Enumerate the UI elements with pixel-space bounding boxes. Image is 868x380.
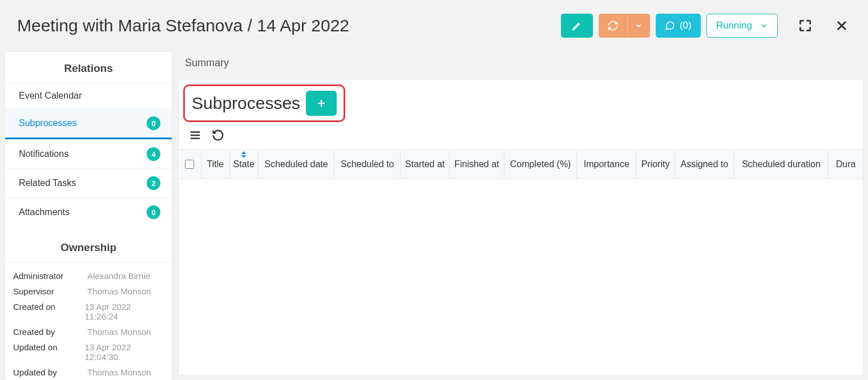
ownership-value: Alexandra Birnie <box>87 271 150 281</box>
grid-toolbar <box>179 126 863 149</box>
column-header-scheduled-to[interactable]: Scheduled to <box>334 150 401 179</box>
count-badge: 4 <box>147 147 160 161</box>
chevron-down-icon <box>635 22 643 30</box>
ownership-row: Updated on 13 Apr 2022 12:04:30 <box>13 339 164 365</box>
ownership-title: Ownership <box>5 227 172 262</box>
highlighted-section-header: Subprocesses <box>183 84 345 122</box>
column-label: Finished at <box>454 159 499 169</box>
refresh-button[interactable] <box>212 129 224 142</box>
column-header-priority[interactable]: Priority <box>636 150 675 179</box>
workflow-button-group <box>599 14 650 38</box>
add-subprocess-button[interactable] <box>306 91 337 116</box>
ownership-section: Administrator Alexandra Birnie Superviso… <box>5 262 172 380</box>
sidebar-item-label: Subprocesses <box>19 118 76 128</box>
svg-marker-1 <box>241 155 246 158</box>
close-icon <box>835 19 849 33</box>
column-label: State <box>233 159 255 169</box>
column-header-completed[interactable]: Completed (%) <box>504 150 578 179</box>
main-content: Summary Subprocesses <box>178 51 863 380</box>
sidebar-item-label: Attachments <box>19 207 70 217</box>
sort-indicator-icon <box>241 151 247 158</box>
column-label: Importance <box>584 159 629 169</box>
top-actions: (0) Running <box>561 14 851 38</box>
select-all-checkbox[interactable] <box>185 160 194 169</box>
column-header-importance[interactable]: Importance <box>577 150 636 179</box>
sidebar-item-subprocesses[interactable]: Subprocesses 0 <box>5 108 172 139</box>
column-label: Completed (%) <box>510 159 571 169</box>
relations-title: Relations <box>5 52 172 83</box>
status-label: Running <box>716 20 752 31</box>
column-label: Priority <box>641 159 670 169</box>
close-button[interactable] <box>833 17 851 35</box>
page-title: Meeting with Maria Stefanova / 14 Apr 20… <box>17 16 349 35</box>
content-row: Relations Event Calendar Subprocesses 0 … <box>0 51 868 380</box>
menu-button[interactable] <box>189 129 201 142</box>
column-label: Scheduled to <box>341 159 394 169</box>
sidebar-item-label: Notifications <box>19 149 68 159</box>
count-badge: 2 <box>147 176 160 190</box>
comment-icon <box>665 21 675 31</box>
column-select-all[interactable] <box>179 150 201 179</box>
ownership-value: 13 Apr 2022 12:04:30 <box>85 342 164 362</box>
sidebar-item-label: Related Tasks <box>19 178 76 188</box>
ownership-row: Supervisor Thomas Monson <box>13 284 164 299</box>
column-label: Scheduled duration <box>742 159 821 169</box>
column-label: Assigned to <box>680 159 728 169</box>
count-badge: 0 <box>147 205 160 219</box>
plus-icon <box>316 98 326 108</box>
column-header-scheduled-date[interactable]: Scheduled date <box>259 150 335 179</box>
edit-button[interactable] <box>561 14 593 38</box>
column-header-scheduled-duration[interactable]: Scheduled duration <box>734 150 829 179</box>
ownership-row: Administrator Alexandra Birnie <box>13 268 164 284</box>
ownership-value: Thomas Monson <box>87 327 151 337</box>
ownership-label: Created on <box>13 302 85 321</box>
top-bar: Meeting with Maria Stefanova / 14 Apr 20… <box>0 0 868 51</box>
sidebar-item-label: Event Calendar <box>19 91 82 101</box>
ownership-label: Updated on <box>13 342 85 362</box>
section-title: Subprocesses <box>192 94 300 113</box>
column-header-assigned-to[interactable]: Assigned to <box>675 150 734 179</box>
ownership-label: Created by <box>13 327 87 337</box>
sidebar: Relations Event Calendar Subprocesses 0 … <box>5 51 172 380</box>
column-header-started-at[interactable]: Started at <box>401 150 450 179</box>
count-badge: 0 <box>147 116 160 130</box>
sidebar-item-related-tasks[interactable]: Related Tasks 2 <box>5 168 172 197</box>
column-header-finished-at[interactable]: Finished at <box>450 150 504 179</box>
svg-marker-0 <box>241 151 246 154</box>
menu-icon <box>189 129 201 142</box>
sidebar-item-notifications[interactable]: Notifications 4 <box>5 139 172 168</box>
ownership-row: Updated by Thomas Monson <box>13 365 164 380</box>
workflow-button[interactable] <box>599 14 627 38</box>
column-label: Scheduled date <box>264 159 328 169</box>
column-label: Title <box>207 159 224 169</box>
column-label: Dura <box>836 159 856 169</box>
cycle-icon <box>607 20 619 31</box>
fullscreen-icon <box>798 18 813 33</box>
chevron-down-icon <box>760 22 768 30</box>
column-header-title[interactable]: Title <box>201 150 230 179</box>
ownership-label: Administrator <box>13 271 87 281</box>
ownership-label: Updated by <box>13 367 87 377</box>
summary-label: Summary <box>178 51 863 79</box>
comments-button[interactable]: (0) <box>656 14 701 38</box>
ownership-value: Thomas Monson <box>87 367 151 377</box>
ownership-row: Created by Thomas Monson <box>13 324 164 339</box>
ownership-label: Supervisor <box>13 286 87 296</box>
status-button[interactable]: Running <box>706 14 778 38</box>
column-label: Started at <box>405 159 445 169</box>
sidebar-item-event-calendar[interactable]: Event Calendar <box>5 83 172 108</box>
pencil-icon <box>571 20 583 31</box>
grid-header: Title State Scheduled date Scheduled to … <box>179 149 863 179</box>
column-header-state[interactable]: State <box>230 150 259 179</box>
refresh-icon <box>212 129 224 142</box>
workflow-dropdown-button[interactable] <box>627 14 650 38</box>
column-header-duration[interactable]: Dura <box>829 150 863 179</box>
fullscreen-button[interactable] <box>796 17 814 35</box>
subprocesses-card: Subprocesses <box>178 79 863 376</box>
sidebar-item-attachments[interactable]: Attachments 0 <box>5 197 172 227</box>
ownership-row: Created on 13 Apr 2022 11:26:24 <box>13 299 164 324</box>
ownership-value: Thomas Monson <box>87 286 151 296</box>
comments-count: (0) <box>680 20 692 31</box>
ownership-value: 13 Apr 2022 11:26:24 <box>85 302 164 321</box>
